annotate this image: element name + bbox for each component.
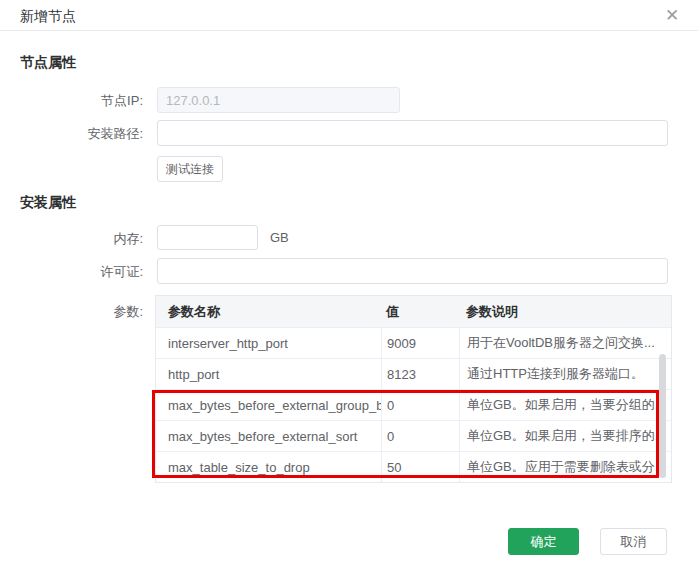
memory-label: 内存: [20, 230, 143, 248]
table-row-highlighted[interactable]: max_table_size_to_drop 50 单位GB。应用于需要删除表或… [156, 451, 671, 482]
param-name: http_port [156, 359, 381, 389]
column-header-name: 参数名称 [156, 296, 381, 327]
install-path-input[interactable] [157, 120, 668, 146]
table-row[interactable]: http_port 8123 通过HTTP连接到服务器端口。 [156, 358, 671, 389]
table-row-highlighted[interactable]: max_bytes_before_external_sort 0 单位GB。如果… [156, 420, 671, 451]
param-name: interserver_http_port [156, 328, 381, 358]
param-desc: 单位GB。如果启用，当要排序的... [459, 421, 671, 451]
params-table: 参数名称 值 参数说明 interserver_http_port 9009 用… [155, 295, 672, 483]
license-label: 许可证: [20, 263, 143, 281]
dialog-title: 新增节点 [20, 8, 76, 26]
test-connection-button[interactable]: 测试连接 [157, 156, 223, 182]
params-label: 参数: [20, 303, 143, 321]
section-install-properties: 安装属性 [20, 194, 76, 212]
table-scrollbar-thumb[interactable] [659, 354, 666, 478]
table-row[interactable]: interserver_http_port 9009 用于在VooltDB服务器… [156, 327, 671, 358]
param-desc: 单位GB。应用于需要删除表或分... [459, 452, 671, 482]
param-desc: 单位GB。如果启用，当要分组的... [459, 390, 671, 420]
params-table-header: 参数名称 值 参数说明 [156, 296, 671, 327]
column-header-value: 值 [381, 296, 459, 327]
param-value: 8123 [381, 359, 459, 389]
node-ip-label: 节点IP: [20, 92, 143, 110]
table-row-highlighted[interactable]: max_bytes_before_external_group_by 0 单位G… [156, 389, 671, 420]
install-path-label: 安装路径: [20, 125, 143, 143]
param-name: max_bytes_before_external_group_by [156, 390, 381, 420]
param-desc: 用于在VooltDB服务器之间交换... [459, 328, 671, 358]
confirm-button[interactable]: 确定 [508, 528, 579, 555]
memory-input[interactable] [157, 225, 258, 250]
param-desc: 通过HTTP连接到服务器端口。 [459, 359, 671, 389]
section-node-properties: 节点属性 [20, 54, 76, 72]
cancel-button[interactable]: 取消 [600, 528, 667, 555]
param-name: max_table_size_to_drop [156, 452, 381, 482]
memory-unit-label: GB [270, 230, 289, 245]
close-icon[interactable]: ✕ [662, 6, 682, 26]
node-ip-input [157, 87, 400, 113]
param-value: 0 [381, 390, 459, 420]
add-node-dialog: 新增节点 ✕ 节点属性 节点IP: 安装路径: 测试连接 安装属性 内存: GB… [0, 0, 698, 564]
param-value: 50 [381, 452, 459, 482]
license-input[interactable] [157, 258, 668, 284]
column-header-desc: 参数说明 [459, 296, 671, 327]
param-value: 9009 [381, 328, 459, 358]
param-value: 0 [381, 421, 459, 451]
param-name: max_bytes_before_external_sort [156, 421, 381, 451]
dialog-header: 新增节点 ✕ [0, 0, 698, 31]
